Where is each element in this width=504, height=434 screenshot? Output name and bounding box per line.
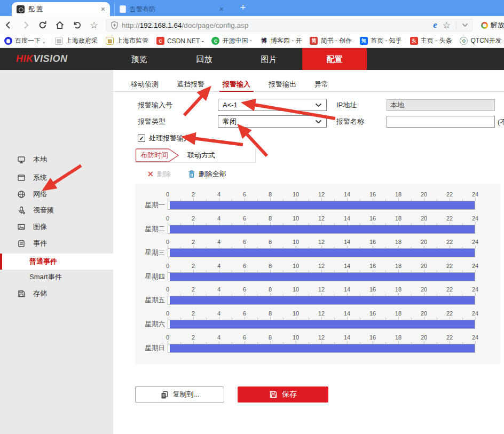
schedule-bar[interactable] — [168, 344, 475, 353]
schedule-timeline[interactable]: 024681012141618202224 — [168, 263, 475, 281]
tab-motion-detection[interactable]: 移动侦测 — [128, 77, 162, 91]
bookmark-item[interactable]: ▨上海市监管 — [106, 36, 148, 45]
config-tabs: 移动侦测 遮挡报警 报警输入 报警输出 异常 — [113, 77, 504, 92]
alarm-name-field[interactable] — [387, 116, 495, 128]
nav-item-preview[interactable]: 预览 — [107, 48, 171, 70]
armed-period[interactable] — [170, 201, 475, 209]
x-delete-icon: ✕ — [147, 170, 154, 178]
tab-tamper-alarm[interactable]: 遮挡报警 — [174, 77, 208, 91]
schedule-timeline[interactable]: 024681012141618202224 — [168, 286, 475, 305]
save-button[interactable]: 保存 — [238, 386, 328, 403]
armed-period[interactable] — [170, 296, 475, 304]
bookmark-label: 博客园 - 开 — [271, 36, 302, 45]
copy-to-button[interactable]: 复制到... — [135, 386, 224, 403]
day-label: 星期三 — [135, 248, 165, 257]
armed-period[interactable] — [170, 320, 475, 328]
shield-icon — [111, 21, 119, 30]
schedule-bar[interactable] — [168, 296, 475, 305]
sidebar-item-storage[interactable]: 存储 — [0, 286, 113, 302]
hour-labels: 024681012141618202224 — [168, 239, 475, 246]
delete-button[interactable]: ✕ 删除 — [147, 169, 171, 179]
microphone-icon — [17, 206, 26, 215]
schedule-timeline[interactable]: 024681012141618202224 — [168, 310, 475, 329]
checkbox-checked-icon[interactable]: ✓ — [138, 135, 145, 142]
chevron-down-icon[interactable] — [462, 23, 468, 27]
bookmark-label: 简书 - 创作 — [320, 36, 352, 45]
schedule-bar[interactable] — [168, 248, 475, 257]
schedule-timeline[interactable]: 024681012141618202224 — [168, 191, 475, 210]
schedule-bar[interactable] — [168, 320, 475, 329]
schedule-row: 星期日024681012141618202224 — [135, 334, 500, 358]
alarm-name-note: (不 — [498, 116, 504, 128]
alarm-type-select[interactable]: 常闭 — [218, 115, 327, 128]
bookmark-label: 上海市监管 — [116, 36, 148, 45]
picture-icon — [17, 222, 26, 232]
schedule-subtabs: 布防时间 联动方式 — [135, 148, 256, 163]
armed-period[interactable] — [170, 273, 475, 281]
handle-alarm-input-checkbox-row[interactable]: ✓ 处理报警输入 — [138, 133, 191, 143]
hour-labels: 024681012141618202224 — [168, 334, 475, 341]
ie-mode-icon[interactable]: e — [433, 20, 437, 30]
sidebar-item-image[interactable]: 图像 — [0, 219, 113, 235]
bookmark-item[interactable]: 知首页 - 知乎 — [360, 36, 402, 45]
close-tab-icon[interactable]: × — [216, 5, 224, 13]
tab-exception[interactable]: 异常 — [311, 77, 332, 91]
bookmark-item[interactable]: 头主页 - 头条 — [410, 36, 452, 45]
page-favicon-icon — [120, 5, 126, 13]
close-tab-icon[interactable]: × — [98, 5, 105, 13]
zhihu-favicon-icon: 知 — [360, 37, 368, 45]
armed-period[interactable] — [170, 344, 475, 352]
schedule-bar[interactable] — [168, 225, 475, 234]
sidebar-item-smart-event[interactable]: Smart事件 — [0, 269, 113, 285]
alarm-input-no-select[interactable]: A<-1 — [218, 99, 327, 111]
sidebar-item-network[interactable]: 网络 — [0, 186, 113, 202]
nav-item-picture[interactable]: 图片 — [237, 48, 301, 70]
schedule-timeline[interactable]: 024681012141618202224 — [168, 239, 475, 257]
bookmark-item[interactable]: C开源中国 - — [211, 36, 251, 45]
undo-icon[interactable] — [68, 18, 85, 33]
sidebar-item-event[interactable]: 事件 — [0, 235, 113, 251]
bookmark-item[interactable]: 博博客园 - 开 — [260, 36, 302, 45]
back-icon[interactable] — [0, 18, 17, 33]
armed-period[interactable] — [170, 249, 475, 257]
monitor-icon — [17, 155, 26, 164]
bookmark-item[interactable]: 百度一下， — [4, 36, 47, 45]
bookmark-item[interactable]: 简简书 - 创作 — [310, 36, 352, 45]
browser-tab-title: 告警布防 — [130, 5, 216, 14]
trash-icon — [188, 170, 195, 178]
schedule-bar[interactable] — [168, 201, 475, 210]
bookmark-item[interactable]: QQTCN开发 — [460, 36, 501, 45]
nav-item-playback[interactable]: 回放 — [172, 48, 237, 70]
bookmark-label: 主页 - 头条 — [421, 36, 452, 45]
armed-period[interactable] — [170, 225, 475, 233]
sidebar-item-basic-event[interactable]: 普通事件 — [0, 254, 113, 270]
subtab-arming-schedule[interactable]: 布防时间 — [135, 148, 180, 162]
schedule-timeline[interactable]: 024681012141618202224 — [168, 215, 475, 234]
tab-alarm-input[interactable]: 报警输入 — [219, 77, 254, 91]
browser-tab-config[interactable]: 配 置 × — [12, 2, 110, 16]
new-tab-button[interactable]: + — [235, 0, 251, 16]
sidebar-item-system[interactable]: 系统 — [0, 170, 113, 186]
subtab-linkage-method[interactable]: 联动方式 — [187, 148, 215, 162]
bookmark-item[interactable]: ▤上海政府采 — [55, 36, 98, 45]
day-label: 星期二 — [135, 225, 165, 234]
delete-all-button[interactable]: 删除全部 — [188, 169, 226, 179]
bookmark-star-icon[interactable]: ☆ — [443, 20, 451, 31]
forward-icon[interactable] — [17, 18, 34, 33]
schedule-row: 星期六024681012141618202224 — [135, 310, 500, 334]
tab-alarm-output[interactable]: 报警输出 — [265, 77, 300, 91]
schedule-timeline[interactable]: 024681012141618202224 — [168, 334, 475, 353]
bookmarks-bar: 百度一下，▤上海政府采▨上海市监管CCSDN.NET -C开源中国 -博博客园 … — [0, 34, 504, 48]
favorites-star-icon[interactable]: ☆ — [85, 18, 103, 33]
address-bar[interactable]: http://192.168.1.64/doc/page/config.asp … — [106, 19, 473, 31]
extension-ring-icon[interactable] — [481, 22, 488, 29]
bookmark-item[interactable]: CCSDN.NET - — [156, 37, 203, 45]
sidebar-item-audio-video[interactable]: 视音频 — [0, 202, 113, 218]
nav-item-config[interactable]: 配置 — [302, 48, 367, 70]
home-icon[interactable] — [51, 18, 68, 33]
reload-icon[interactable] — [34, 18, 51, 33]
browser-tab-alarm[interactable]: 告警布防 × — [114, 2, 229, 16]
sidebar-item-local[interactable]: 本地 — [0, 152, 113, 168]
schedule-bar[interactable] — [168, 272, 475, 281]
csdn-favicon-icon: C — [156, 37, 164, 45]
